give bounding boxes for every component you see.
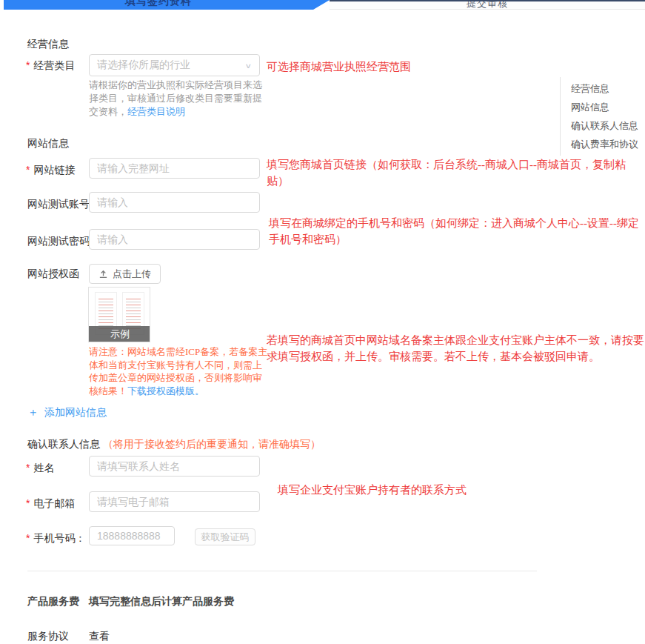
tab-submit-review[interactable]: 提交审核 <box>330 0 645 10</box>
field-label-email: * 电子邮箱 <box>26 497 75 511</box>
category-select[interactable]: 请选择你所属的行业 ∨ <box>89 54 260 76</box>
signup-form-page: 填写签约资料 提交审核 经营信息 网站信息 确认联系人信息 确认费率和协议 经营… <box>0 0 645 644</box>
section-heading-contact: 确认联系人信息 （将用于接收签约后的重要通知，请准确填写） <box>27 438 321 451</box>
required-asterisk: * <box>26 59 30 73</box>
anchor-nav-website-info[interactable]: 网站信息 <box>571 98 638 116</box>
anchor-nav-business-info[interactable]: 经营信息 <box>571 79 638 98</box>
authorization-warning: 请注意：网站域名需经ICP备案，若备案主体和当前支付宝账号持有人不同，则需上传加… <box>89 345 270 397</box>
field-label-site-url: * 网站链接 <box>26 164 75 177</box>
section-heading-website: 网站信息 <box>27 137 69 150</box>
field-label-test-password: 网站测试密码 <box>27 235 90 248</box>
contact-phone-input[interactable] <box>89 526 175 545</box>
test-account-input[interactable] <box>89 192 260 213</box>
contact-name-input[interactable] <box>89 456 260 477</box>
tab-fill-contract-info[interactable]: 填写签约资料 <box>4 0 330 10</box>
service-agreement-label: 服务协议 <box>27 630 69 643</box>
upload-button-label: 点击上传 <box>113 268 151 281</box>
annotation-category: 可选择商城营业执照经营范围 <box>267 59 411 75</box>
field-label-authorization-letter: 网站授权函 <box>27 268 79 281</box>
anchor-nav-rate-agreement[interactable]: 确认费率和协议 <box>571 135 638 153</box>
category-help-text: 请根据你的营业执照和实际经营项目来选择类目，审核通过后修改类目需要重新提交资料，… <box>89 79 265 119</box>
field-label-phone: * 手机号码： <box>26 532 85 545</box>
site-url-input[interactable] <box>89 158 260 179</box>
annotation-authorization: 若填写的商城首页中网站域名备案主体跟企业支付宝账户主体不一致，请按要求填写授权函… <box>267 332 644 365</box>
sample-badge: 示例 <box>88 326 150 342</box>
tab-fill-contract-info-label: 填写签约资料 <box>4 0 313 8</box>
category-select-placeholder: 请选择你所属的行业 <box>97 59 190 72</box>
category-help-link[interactable]: 经营类目说明 <box>127 106 185 117</box>
divider <box>27 571 537 571</box>
tab-submit-review-label: 提交审核 <box>330 0 645 10</box>
required-asterisk: * <box>26 532 30 545</box>
contact-email-input[interactable] <box>89 491 260 512</box>
annotation-test-account: 填写在商城绑定的手机号和密码（如何绑定：进入商城个人中心--设置--绑定手机号和… <box>269 215 645 248</box>
authorization-sample-thumbnail[interactable]: 示例 <box>88 287 150 342</box>
section-heading-business: 经营信息 <box>27 38 69 51</box>
required-asterisk: * <box>26 164 30 177</box>
service-fee-value: 填写完整信息后计算产品服务费 <box>89 595 234 608</box>
annotation-site-url: 填写您商城首页链接（如何获取：后台系统--商城入口--商城首页，复制粘贴） <box>267 156 643 189</box>
field-label-test-account: 网站测试账号 <box>27 198 90 211</box>
anchor-nav: 经营信息 网站信息 确认联系人信息 确认费率和协议 <box>560 77 638 156</box>
download-template-link[interactable]: 下载授权函模版。 <box>127 385 204 396</box>
get-sms-code-button[interactable]: 获取验证码 <box>195 528 255 545</box>
add-website-info-label: 添加网站信息 <box>44 406 107 419</box>
plus-icon: ＋ <box>27 405 39 419</box>
service-fee-label: 产品服务费 <box>27 595 79 608</box>
upload-button[interactable]: 点击上传 <box>89 264 161 284</box>
test-password-input[interactable] <box>89 229 260 250</box>
required-asterisk: * <box>26 462 30 475</box>
chevron-down-icon: ∨ <box>244 62 252 70</box>
contact-heading-note: （将用于接收签约后的重要通知，请准确填写） <box>103 438 321 451</box>
add-website-info-link[interactable]: ＋ 添加网站信息 <box>27 405 107 419</box>
service-agreement-view-link[interactable]: 查看 <box>89 630 110 643</box>
upload-icon <box>98 269 108 279</box>
field-label-name: * 姓名 <box>26 462 54 475</box>
required-asterisk: * <box>26 497 30 511</box>
anchor-nav-contact-info[interactable]: 确认联系人信息 <box>571 116 638 135</box>
field-label-category: * 经营类目 <box>26 59 75 73</box>
annotation-contact: 填写企业支付宝账户持有者的联系方式 <box>278 482 467 498</box>
